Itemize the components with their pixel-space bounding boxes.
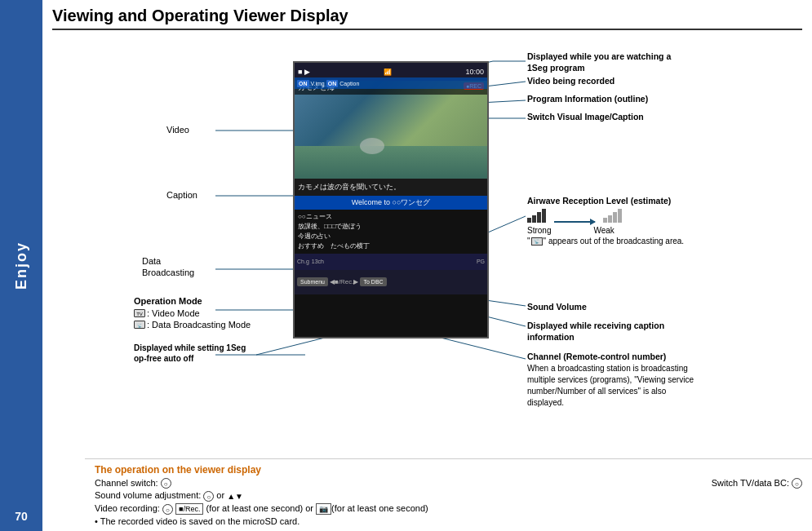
weak-bar1 (603, 218, 607, 223)
ann4-label: Switch Visual Image/Caption (527, 112, 644, 122)
bar2 (532, 215, 536, 223)
rec-btn-label: ◀■/Rec.▶ (330, 278, 359, 285)
arrow-line (554, 221, 595, 223)
tv-icon: TV (134, 309, 145, 317)
data-mode-label: : Data Broadcasting Mode (147, 320, 251, 330)
tv-circle-icon: ○ (792, 478, 802, 489)
data-line3: 今週の占い (298, 232, 484, 241)
channel-bar: Ch.g 13ch PG (295, 254, 487, 270)
vol-circle-icon: ○ (203, 491, 214, 502)
rec-btn-display: ■/Rec. (175, 503, 203, 515)
ann5-label: Airwave Reception Level (estimate) (527, 196, 690, 246)
op-line2: Sound volume adjustment: ○ or ▲▼ (95, 490, 802, 502)
strong-label: Strong (527, 226, 551, 235)
page-title: Viewing and Operating Viewer Display (52, 7, 802, 30)
broadcast-icon: 📡 (531, 237, 543, 246)
quote-icon: " (527, 237, 530, 246)
operation-mode-label: Operation Mode TV : Video Mode 📡 : Data … (134, 296, 251, 330)
ann1-label: Displayed while you are watching a 1Seg … (527, 51, 690, 73)
ann3-label: Program Information (outline) (527, 94, 648, 104)
phone-signal-icon: 📶 (384, 69, 392, 76)
bottom-section: The operation on the viewer display Chan… (85, 458, 812, 531)
arrow-head (590, 219, 596, 225)
strong-bars (527, 209, 546, 223)
video-label: Video (166, 125, 189, 135)
left-sidebar: Enjoy 70 (0, 0, 42, 531)
diagram-area: ■ ▶ 📶 10:00 カモメと海 ●REC (52, 37, 802, 404)
op-line3: Video recording: ○ ■/Rec. (for at least … (95, 503, 802, 515)
phone-top-left-icon: ■ ▶ (298, 68, 310, 76)
sidebar-label: Enjoy (13, 241, 30, 290)
vimg-label: V.img (311, 81, 325, 86)
signal-diagram (527, 209, 690, 223)
signal-labels: Strong Weak (527, 226, 690, 235)
phone-screen: ■ ▶ 📶 10:00 カモメと海 ●REC (293, 61, 489, 339)
channel-switch-label: Channel switch: ○ (95, 478, 171, 489)
welcome-bar: Welcome to ○○ワンセグ (295, 196, 487, 210)
on-vimg-badge: ON (297, 80, 309, 87)
to-dbc-button[interactable]: To DBC (360, 277, 386, 286)
ann2-label: Video being recorded (527, 76, 615, 86)
op-line4: • The recorded video is saved on the mic… (95, 516, 802, 526)
video-mode-label: : Video Mode (147, 308, 200, 318)
data-broadcasting-label: Data Broadcasting (142, 255, 207, 279)
pg-label: PG (477, 259, 485, 264)
caption-label: Caption (166, 190, 197, 200)
signal-arrow (554, 221, 595, 223)
video-area: カモメと海 ●REC (295, 81, 487, 179)
weak-bar4 (618, 209, 622, 223)
op-line1: Channel switch: ○ Switch TV/data BC: ○ (95, 478, 802, 489)
data-line4: おすすめ たべもの横丁 (298, 241, 484, 251)
ann6-label: Sound Volume (527, 302, 587, 312)
displayed-1seg-label: Displayed while setting 1Seg op-free aut… (134, 343, 256, 364)
data-line2: 放課後、□□□で遊ぼう (298, 222, 484, 232)
ann8-label: Channel (Remote-control number) When a b… (527, 351, 699, 409)
data-broadcast-area: ○○ニュース 放課後、□□□で遊ぼう 今週の占い おすすめ たべもの横丁 (295, 210, 487, 254)
data-line1: ○○ニュース (298, 212, 484, 222)
overlay-bar: ON V.img ON Caption (295, 77, 487, 89)
ann8-desc: When a broadcasting station is broadcast… (527, 363, 699, 409)
switch-tv-label: Switch TV/data BC: ○ (712, 478, 802, 489)
phone-time: 10:00 (465, 68, 484, 76)
phone-bottom-bar: Submenu ◀■/Rec.▶ To DBC (295, 270, 487, 294)
data-icon: 📡 (134, 321, 145, 329)
page-container: Enjoy 70 Viewing and Operating Viewer Di… (0, 0, 812, 531)
channel-circle-icon: ○ (161, 478, 171, 489)
ann8-title: Channel (Remote-control number) (527, 351, 699, 363)
bar3 (537, 212, 541, 223)
operation-title: The operation on the viewer display (95, 464, 802, 476)
submenu-button[interactable]: Submenu (297, 277, 328, 286)
caption-label-small: Caption (339, 81, 359, 86)
vid-circle-icon: ○ (162, 504, 173, 515)
main-content: Viewing and Operating Viewer Display (42, 0, 812, 531)
weak-bar3 (613, 212, 617, 223)
bottom-time: 13ch (312, 259, 324, 264)
bar1 (527, 218, 531, 223)
channel-info: Ch.g (297, 259, 309, 264)
caption-area: カモメは波の音を聞いていた。 (295, 179, 487, 196)
ann7-label: Displayed while receiving caption inform… (527, 321, 690, 343)
camera-icon-btn: 📷 (316, 503, 331, 515)
out-of-area-label: "📡" appears out of the broadcasting area… (527, 237, 690, 246)
up-down-arrows: ▲▼ (227, 492, 243, 501)
phone-screen-wrapper: ■ ▶ 📶 10:00 カモメと海 ●REC (293, 61, 489, 343)
weak-bars (603, 209, 622, 223)
caption-text: カモメは波の音を聞いていた。 (298, 183, 401, 191)
on-caption-badge: ON (326, 80, 339, 87)
welcome-text: Welcome to ○○ワンセグ (352, 198, 431, 206)
weak-bar2 (608, 215, 612, 223)
page-number: 70 (0, 510, 42, 523)
bar4 (542, 209, 546, 223)
weak-label: Weak (593, 226, 614, 235)
